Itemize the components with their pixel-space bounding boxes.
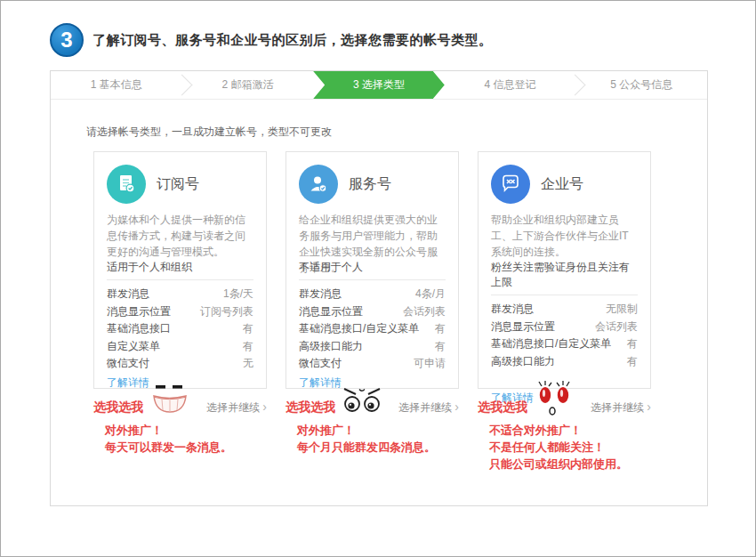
feature-value: 有 bbox=[243, 338, 253, 356]
feature-label: 基础消息接口/自定义菜单 bbox=[491, 335, 611, 353]
card-title: 服务号 bbox=[349, 175, 391, 194]
angry-eyes-emoticon bbox=[342, 387, 382, 414]
annotation-line: 每个月只能群发四条消息。 bbox=[297, 439, 459, 456]
feature-label: 高级接口能力 bbox=[491, 353, 555, 371]
learn-more-link[interactable]: 了解详情 bbox=[299, 375, 342, 391]
choose-row: 选我选我 bbox=[478, 396, 651, 419]
red-annotation: 对外推广！ 每天可以群发一条消息。 bbox=[93, 422, 267, 456]
feature-label: 微信支付 bbox=[107, 355, 149, 373]
feature-row: 微信支付 可申请 bbox=[299, 355, 446, 373]
document-check-icon bbox=[115, 173, 138, 196]
feature-label: 自定义菜单 bbox=[107, 338, 160, 356]
step-item-basic-info: 1 基本信息 bbox=[51, 71, 182, 99]
feature-value: 有 bbox=[627, 353, 638, 371]
feature-value: 有 bbox=[435, 320, 446, 338]
card-description: 帮助企业和组织内部建立员工、上下游合作伙伴与企业IT系统间的连接。 bbox=[491, 212, 638, 260]
choose-label: 选择并继续 bbox=[206, 401, 260, 414]
service-account-icon bbox=[299, 165, 338, 204]
instruction-title: 了解订阅号、服务号和企业号的区别后，选择您需要的帐号类型。 bbox=[92, 32, 493, 49]
card-head: 企业号 bbox=[491, 165, 638, 204]
annotation-line: 对外推广！ bbox=[105, 422, 267, 439]
feature-row: 消息显示位置 会话列表 bbox=[491, 319, 638, 336]
feature-row: 基础消息接口/自定义菜单 有 bbox=[491, 335, 638, 353]
feature-value: 无限制 bbox=[606, 301, 638, 319]
account-type-columns: 订阅号 为媒体和个人提供一种新的信息传播方式，构建与读者之间更好的沟通与管理模式… bbox=[93, 151, 651, 472]
annotation-line: 不适合对外推广！ bbox=[489, 422, 651, 439]
card-description: 给企业和组织提供更强大的业务服务与用户管理能力，帮助企业快速实现全新的公众号服务… bbox=[299, 212, 446, 260]
card-suitability: 不适用于个人 bbox=[299, 260, 446, 280]
feature-label: 消息显示位置 bbox=[107, 303, 171, 321]
feature-value: 4条/月 bbox=[415, 286, 446, 303]
account-card-subscription: 订阅号 为媒体和个人提供一种新的信息传播方式，构建与读者之间更好的沟通与管理模式… bbox=[93, 151, 267, 389]
card-title: 订阅号 bbox=[157, 175, 199, 194]
feature-label: 基础消息接口/自定义菜单 bbox=[299, 320, 419, 338]
person-check-icon bbox=[307, 173, 330, 196]
screenshot-frame: 3 了解订阅号、服务号和企业号的区别后，选择您需要的帐号类型。 1 基本信息 2… bbox=[0, 0, 756, 557]
card-description: 为媒体和个人提供一种新的信息传播方式，构建与读者之间更好的沟通与管理模式。 bbox=[107, 212, 253, 260]
registration-panel: 1 基本信息 2 邮箱激活 3 选择类型 4 信息登记 5 公众号信息 请选择帐… bbox=[50, 70, 708, 506]
feature-row: 微信支付 无 bbox=[107, 355, 253, 373]
chat-network-icon bbox=[499, 173, 522, 196]
grin-emoticon bbox=[149, 385, 190, 416]
red-annotation: 对外推广！ 每个月只能群发四条消息。 bbox=[286, 422, 459, 456]
pick-me-annotation: 选我选我 bbox=[286, 400, 335, 416]
feature-row: 群发消息 4条/月 bbox=[299, 286, 446, 303]
feature-label: 基础消息接口 bbox=[107, 320, 171, 338]
step-number-badge: 3 bbox=[50, 23, 84, 57]
pick-me-annotation: 选我选我 bbox=[478, 400, 527, 416]
step-item-info-registration: 4 信息登记 bbox=[445, 71, 576, 99]
feature-row: 高级接口能力 有 bbox=[299, 338, 446, 356]
step-item-choose-type-active: 3 选择类型 bbox=[313, 71, 445, 99]
subscription-account-icon bbox=[107, 165, 146, 204]
choose-row: 选我选我 选择并继续› bbox=[93, 396, 267, 419]
chevron-right-icon: › bbox=[454, 400, 459, 414]
feature-label: 微信支付 bbox=[299, 355, 342, 373]
learn-more-link[interactable]: 了解详情 bbox=[107, 375, 149, 391]
card-head: 订阅号 bbox=[107, 165, 253, 204]
feature-value: 1条/天 bbox=[223, 286, 253, 303]
feature-label: 高级接口能力 bbox=[299, 338, 363, 356]
column-subscription: 订阅号 为媒体和个人提供一种新的信息传播方式，构建与读者之间更好的沟通与管理模式… bbox=[93, 151, 267, 472]
feature-table: 群发消息 1条/天 消息显示位置 订阅号列表 基础消息接口 有 自定义菜单 bbox=[107, 286, 253, 373]
card-suitability: 适用于个人和组织 bbox=[107, 260, 253, 280]
feature-value: 会话列表 bbox=[403, 303, 446, 321]
feature-row: 群发消息 无限制 bbox=[491, 301, 638, 319]
card-title: 企业号 bbox=[541, 175, 583, 194]
account-card-enterprise: 企业号 帮助企业和组织内部建立员工、上下游合作伙伴与企业IT系统间的连接。 粉丝… bbox=[478, 151, 651, 389]
red-annotation: 不适合对外推广！ 不是任何人都能关注！ 只能公司或组织内部使用。 bbox=[478, 422, 651, 472]
choose-row: 选我选我 选择 bbox=[286, 396, 459, 419]
card-suitability: 粉丝关注需验证身份且关注有上限 bbox=[491, 260, 638, 295]
surprised-red-eyes-emoticon bbox=[534, 380, 573, 417]
chevron-right-icon: › bbox=[647, 400, 651, 414]
choose-and-continue-button[interactable]: 选择并继续› bbox=[591, 400, 651, 416]
feature-row: 自定义菜单 有 bbox=[107, 338, 253, 356]
choose-label: 选择并继续 bbox=[398, 401, 452, 414]
feature-row: 消息显示位置 订阅号列表 bbox=[107, 303, 253, 321]
choose-label: 选择并继续 bbox=[591, 401, 644, 414]
annotation-line: 不是任何人都能关注！ bbox=[489, 439, 651, 456]
choose-and-continue-button[interactable]: 选择并继续› bbox=[206, 400, 267, 416]
column-enterprise: 企业号 帮助企业和组织内部建立员工、上下游合作伙伴与企业IT系统间的连接。 粉丝… bbox=[478, 151, 651, 472]
feature-label: 消息显示位置 bbox=[299, 303, 363, 321]
chevron-right-icon: › bbox=[262, 400, 267, 414]
feature-value: 有 bbox=[243, 320, 253, 338]
card-head: 服务号 bbox=[299, 165, 446, 204]
feature-label: 消息显示位置 bbox=[491, 319, 555, 336]
feature-row: 高级接口能力 有 bbox=[491, 353, 638, 371]
choose-type-instruction: 请选择帐号类型，一旦成功建立帐号，类型不可更改 bbox=[86, 125, 332, 140]
step-item-account-info: 5 公众号信息 bbox=[575, 71, 707, 99]
feature-row: 基础消息接口/自定义菜单 有 bbox=[299, 320, 446, 338]
steps-progress-bar: 1 基本信息 2 邮箱激活 3 选择类型 4 信息登记 5 公众号信息 bbox=[51, 71, 707, 100]
feature-row: 群发消息 1条/天 bbox=[107, 286, 253, 303]
choose-and-continue-button[interactable]: 选择并继续› bbox=[398, 400, 459, 416]
feature-value: 无 bbox=[243, 355, 253, 373]
feature-value: 可申请 bbox=[414, 355, 446, 373]
pick-me-annotation: 选我选我 bbox=[93, 400, 143, 416]
instruction-header: 3 了解订阅号、服务号和企业号的区别后，选择您需要的帐号类型。 bbox=[50, 23, 493, 57]
enterprise-account-icon bbox=[491, 165, 530, 204]
column-service: 服务号 给企业和组织提供更强大的业务服务与用户管理能力，帮助企业快速实现全新的公… bbox=[286, 151, 459, 472]
feature-label: 群发消息 bbox=[107, 286, 149, 303]
annotation-line: 每天可以群发一条消息。 bbox=[105, 439, 267, 456]
feature-label: 群发消息 bbox=[491, 301, 534, 319]
account-card-service: 服务号 给企业和组织提供更强大的业务服务与用户管理能力，帮助企业快速实现全新的公… bbox=[286, 151, 459, 389]
